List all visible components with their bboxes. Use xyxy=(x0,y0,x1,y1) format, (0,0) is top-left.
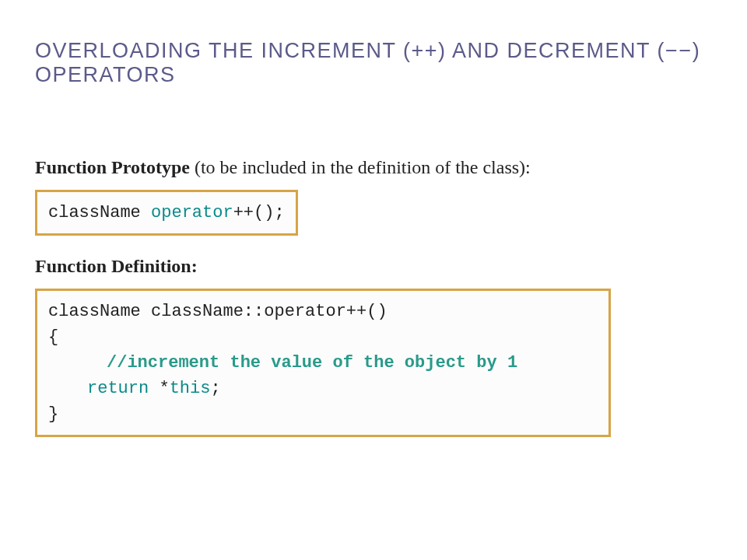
code-keyword: operator xyxy=(151,203,233,222)
code-line: className className::operator++() xyxy=(48,299,598,324)
definition-label: Function Definition: xyxy=(35,256,712,277)
page-heading: OVERLOADING THE INCREMENT (++) AND DECRE… xyxy=(35,39,712,87)
code-line: className operator++(); xyxy=(48,203,285,222)
code-text: className xyxy=(48,203,151,222)
code-keyword-return: return xyxy=(87,379,149,398)
code-line: //increment the value of the object by 1 xyxy=(48,350,598,376)
code-text: * xyxy=(149,379,169,398)
prototype-label: Function Prototype (to be included in th… xyxy=(35,157,712,178)
definition-code-box: className className::operator++() { //in… xyxy=(35,289,611,437)
definition-label-bold: Function Definition: xyxy=(35,256,198,276)
code-text: ++(); xyxy=(233,203,285,222)
prototype-code-box: className operator++(); xyxy=(35,190,298,236)
code-line: } xyxy=(48,401,598,427)
code-keyword-this: this xyxy=(170,379,211,398)
code-comment: //increment the value of the object by 1 xyxy=(107,353,517,373)
code-line: return *this; xyxy=(48,376,598,401)
code-line: { xyxy=(48,324,598,350)
code-text: ; xyxy=(210,379,220,398)
prototype-label-bold: Function Prototype xyxy=(35,157,190,177)
prototype-label-rest: (to be included in the definition of the… xyxy=(190,157,531,177)
